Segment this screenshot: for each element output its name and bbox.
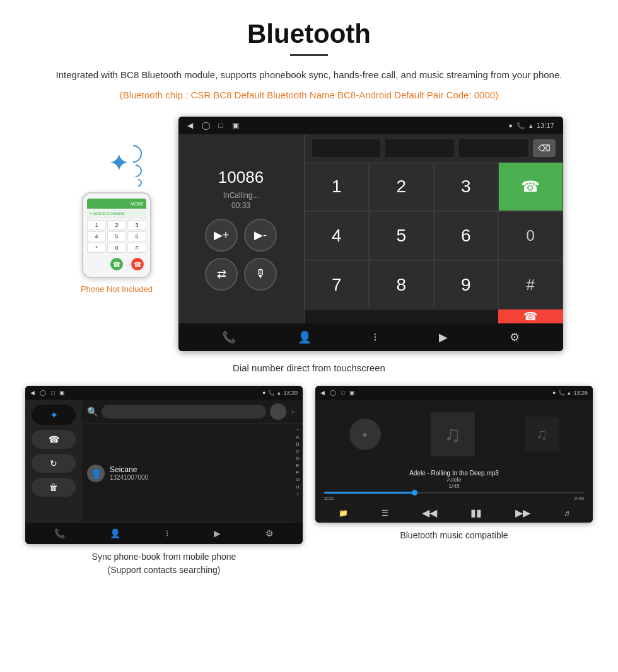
dial-caption: Dial number direct from touchscreen [25,362,593,373]
dial-key-2[interactable]: 2 [369,162,434,211]
pb-wifi-icon: ▴ [277,390,281,396]
music-main-area: ● ♫ ♫ [315,400,593,468]
music-circle-icon-left: ● [362,429,367,439]
music-phone-icon: 📞 [558,390,565,396]
pb-nav-settings-icon[interactable]: ⚙ [265,528,274,538]
settings-nav-icon[interactable]: ⚙ [510,330,520,344]
input-seg-3 [459,139,528,157]
pb-alpha-A: A [296,434,299,441]
pb-alpha-E: E [296,462,299,469]
dial-key-6[interactable]: 6 [434,211,499,260]
end-call-button[interactable]: ☎ [498,310,563,323]
volume-up-btn[interactable]: ▶+ [205,219,238,252]
contact-avatar-icon: 👤 [87,465,105,482]
music-controls-row: 📁 ☰ ◀◀ ▮▮ ▶▶ ♬ [315,504,593,523]
phone-bottom-bar: ☎ ☎ [87,255,146,270]
title-divider [290,54,328,56]
status-left-dial: ◀ ◯ □ ▣ [187,121,239,130]
dial-key-4[interactable]: 4 [305,211,370,260]
music-folder-icon[interactable]: 📁 [339,509,348,518]
music-album-art-right: ♫ [525,417,559,451]
pb-nav-transfer-icon[interactable]: ▶ [214,528,221,538]
dial-key-7[interactable]: 7 [305,260,370,310]
pb-sync-btn[interactable]: ↻ [32,454,76,473]
dial-key-5[interactable]: 5 [369,211,434,260]
location-icon: ● [508,122,513,129]
music-prev-icon[interactable]: ◀◀ [422,507,437,519]
music-screen-wrapper: ◀ ◯ □ ▣ ● 📞 ▴ 13:26 ● [315,386,593,577]
music-progress-fill [324,492,415,494]
wave1-icon [133,178,144,188]
music-artist: Adele [315,477,593,483]
pb-alpha-I: I [297,490,298,497]
screenshot-icon: ▣ [232,121,239,130]
backspace-btn[interactable]: ⌫ [533,139,556,157]
keypad-nav-icon[interactable]: ⁝ [373,330,377,344]
dial-key-8[interactable]: 8 [369,260,434,310]
android-dial-screen: ◀ ◯ □ ▣ ● 📞 ▴ 13:17 10086 InCalling... [178,117,563,351]
phone-key-2: 2 [107,220,126,230]
main-screen-section: ✦ MORE + Add to Contacts 1 2 3 4 5 6 * 0… [25,117,593,351]
phone-signal-icon: 📞 [516,122,525,130]
android-status-bar-dial: ◀ ◯ □ ▣ ● 📞 ▴ 13:17 [178,117,563,134]
pb-alpha-G: G [296,476,300,483]
music-back-icon: ◀ [320,390,325,396]
volume-down-btn[interactable]: ▶- [244,219,277,252]
music-time-current: 2:02 [324,495,334,501]
music-equalizer-icon[interactable]: ♬ [564,509,569,518]
music-wifi-icon: ▴ [568,390,571,396]
pb-delete-btn[interactable]: 🗑 [32,478,76,497]
pb-screen-icon: ▣ [59,390,65,396]
music-play-pause-icon[interactable]: ▮▮ [470,507,482,519]
pb-phone-icon: 📞 [268,390,275,396]
transfer-nav-icon[interactable]: ▶ [439,330,448,344]
music-album-art-main: ♫ [431,412,475,456]
bottom-screens: ◀ ◯ □ ▣ ● 📞 ▴ 13:20 ✦ ☎ [25,386,593,577]
music-time-row: 2:02 3:49 [324,495,584,501]
call-log-nav-icon[interactable]: 📞 [222,330,236,344]
pb-contact-info: Seicane 13241007000 [110,465,288,481]
pb-search-row: 🔍 ← [82,400,303,424]
pb-nav-keypad-icon[interactable]: ⁝ [166,528,168,538]
dial-key-9[interactable]: 9 [434,260,499,310]
dial-key-hash[interactable]: # [498,260,563,310]
music-progress-dot [412,490,417,495]
phone-key-5: 5 [107,231,126,241]
pb-phone-btn[interactable]: ☎ [32,430,76,449]
pb-contact-row: 👤 Seicane 13241007000 [82,424,293,523]
pb-back-icon: ◀ [30,390,35,396]
dial-key-zero[interactable]: 0 [498,211,563,260]
phonebook-nav-bar: 📞 👤 ⁝ ▶ ⚙ [25,523,303,544]
phone-key-0: 0 [107,243,126,253]
music-next-icon[interactable]: ▶▶ [515,507,530,519]
phone-key-6: 6 [127,231,146,241]
pb-back-arrow-icon: ← [290,407,298,416]
pb-nav-call-icon[interactable]: 📞 [54,528,65,538]
pb-contact-phone: 13241007000 [110,474,288,481]
pb-nav-contacts-icon[interactable]: 👤 [110,528,120,538]
pb-alpha-C: C [296,448,300,455]
phone-top-bar: MORE [87,199,146,209]
contacts-nav-icon[interactable]: 👤 [298,330,312,344]
call-button[interactable]: ☎ [498,162,563,211]
music-status-right: ● 📞 ▴ 13:26 [552,390,588,396]
phonebook-status-left: ◀ ◯ □ ▣ [30,390,65,396]
description: Integrated with BC8 Bluetooth module, su… [25,67,593,83]
music-song-title: Adele - Rolling In the Deep.mp3 [315,470,593,477]
dial-content: 10086 InCalling... 00:33 ▶+ ▶- ⇄ 🎙 [178,134,563,323]
music-playlist-icon[interactable]: ☰ [382,509,388,518]
pb-search-bar[interactable] [102,405,266,419]
music-album-circle-left: ● [349,419,381,450]
dial-key-3[interactable]: 3 [434,162,499,211]
phone-key-3: 3 [127,220,146,230]
mute-btn[interactable]: 🎙 [244,258,277,291]
phonebook-status-right: ● 📞 ▴ 13:20 [262,390,298,396]
phone-mockup: MORE + Add to Contacts 1 2 3 4 5 6 * 0 #… [82,192,151,278]
pb-list-area: 👤 Seicane 13241007000 * A B C [82,424,303,523]
pb-time: 13:20 [283,390,298,396]
home-icon: ◯ [202,121,210,130]
dial-key-1[interactable]: 1 [305,162,370,211]
transfer-btn[interactable]: ⇄ [205,258,238,291]
music-home-icon: ◯ [330,390,336,396]
phone-key-4: 4 [87,231,106,241]
